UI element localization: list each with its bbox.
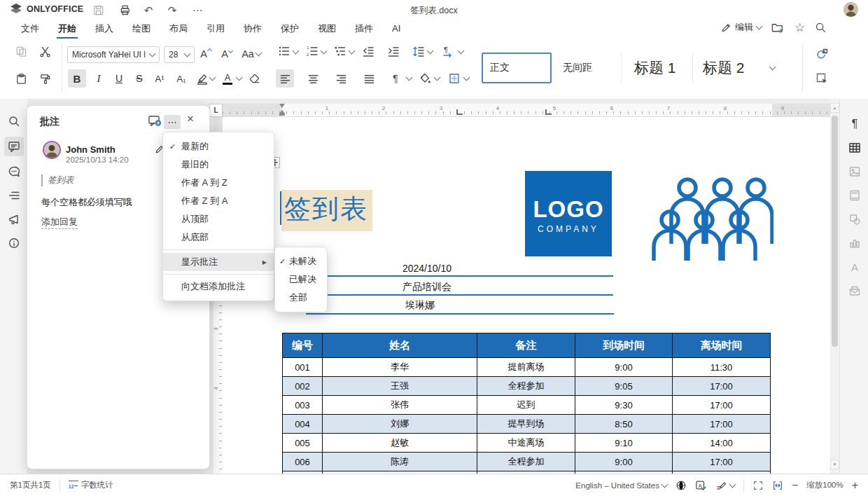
style-heading2[interactable]: 标题 2 — [694, 53, 759, 83]
tab-insert[interactable]: 插入 — [94, 20, 115, 39]
style-no-spacing[interactable]: 无间距 — [554, 53, 622, 83]
menu-item-add-comment-to-document[interactable]: 向文档添加批注 — [163, 277, 274, 296]
table-cell[interactable]: 17:00 — [673, 377, 771, 396]
edit-mode-button[interactable]: 编辑 — [721, 21, 762, 34]
tab-file[interactable]: 文件 — [20, 20, 41, 39]
italic-button[interactable]: I — [90, 69, 108, 88]
change-case-button[interactable]: Aa — [239, 46, 263, 62]
table-cell[interactable]: 9:00 — [575, 453, 673, 471]
align-left-button[interactable] — [276, 69, 294, 88]
tab-layout[interactable]: 布局 — [168, 20, 189, 39]
chevron-down-icon[interactable] — [321, 48, 328, 55]
ruler-tab-selector[interactable]: L — [209, 104, 223, 117]
table-cell[interactable]: 004 — [283, 415, 323, 434]
people-group-image[interactable] — [651, 177, 774, 261]
font-name-combo[interactable]: Microsoft YaHei UI l — [67, 46, 160, 63]
chevron-down-icon[interactable] — [349, 48, 356, 55]
comments-more-button[interactable]: ⋯ — [164, 115, 181, 129]
chat-panel-button[interactable] — [4, 162, 24, 181]
table-cell[interactable]: 9:00 — [575, 358, 673, 377]
find-replace-button[interactable] — [813, 47, 830, 62]
spellcheck-icon[interactable]: A — [695, 480, 707, 491]
numbered-list-button[interactable]: 12 — [304, 43, 321, 59]
col-header[interactable]: 姓名 — [323, 333, 477, 358]
table-cell[interactable]: 张伟 — [323, 396, 477, 415]
track-changes-button[interactable] — [715, 480, 735, 491]
menu-item-oldest[interactable]: 最旧的 — [163, 156, 274, 174]
left-indent-marker[interactable] — [279, 113, 285, 116]
table-cell[interactable]: 陈涛 — [323, 453, 477, 471]
table-cell[interactable]: 002 — [283, 377, 323, 396]
styles-gallery-expand-icon[interactable] — [769, 64, 776, 71]
signin-table[interactable]: 编号 姓名 备注 到场时间 离场时间 001李华提前离场9:0011:30 00… — [282, 333, 771, 474]
table-cell[interactable]: 005 — [283, 434, 323, 453]
save-button[interactable] — [90, 2, 106, 18]
fit-width-icon[interactable] — [772, 480, 783, 491]
paste-button[interactable] — [13, 71, 29, 86]
chevron-down-icon[interactable] — [406, 74, 413, 81]
tab-collaboration[interactable]: 协作 — [242, 20, 263, 39]
feedback-button[interactable] — [4, 209, 24, 229]
submenu-item-all[interactable]: 全部 — [275, 289, 327, 307]
paragraph-settings-button[interactable]: ¶ — [845, 114, 864, 134]
table-cell[interactable]: 全程参加 — [477, 377, 575, 396]
field-date[interactable]: 2024/10/10 — [350, 263, 504, 274]
tab-draw[interactable]: 绘图 — [131, 20, 152, 39]
tab-references[interactable]: 引用 — [205, 20, 226, 39]
table-cell[interactable]: 全程参加 — [477, 453, 575, 471]
tab-ai[interactable]: AI — [391, 20, 402, 38]
field-person[interactable]: 埃琳娜 — [343, 299, 497, 312]
copy-button[interactable] — [13, 43, 29, 59]
table-cell[interactable]: 003 — [283, 396, 323, 415]
fit-page-icon[interactable] — [752, 480, 764, 491]
table-cell[interactable]: 9:05 — [575, 377, 673, 396]
borders-button[interactable] — [445, 69, 463, 88]
comments-panel-button[interactable] — [4, 137, 24, 156]
zoom-in-button[interactable]: + — [852, 479, 858, 492]
more-actions-button[interactable]: ⋯ — [189, 2, 206, 18]
chevron-down-icon[interactable] — [463, 74, 470, 81]
menu-item-author-az[interactable]: 作者 A 到 Z — [163, 174, 274, 192]
show-paragraph-marks-button[interactable]: ¶ — [386, 69, 405, 88]
navigation-panel-button[interactable] — [4, 186, 24, 205]
bold-button[interactable]: B — [68, 69, 86, 88]
document-heading[interactable]: 签到表 — [281, 190, 372, 231]
submenu-item-unresolved[interactable]: ✓ 未解决 — [275, 252, 327, 270]
language-selector[interactable]: English – United States — [575, 481, 667, 490]
image-settings-button[interactable] — [845, 162, 864, 181]
zoom-level-label[interactable]: 缩放100% — [806, 480, 843, 490]
style-normal[interactable]: 正文 — [482, 53, 552, 83]
add-reply-link[interactable]: 添加回复 — [41, 216, 78, 229]
tab-home[interactable]: 开始 — [57, 20, 78, 39]
format-painter-button[interactable] — [36, 71, 53, 86]
style-heading1[interactable]: 标题 1 — [623, 53, 693, 83]
col-header[interactable]: 备注 — [477, 333, 575, 358]
company-logo[interactable]: LOGO COMPANY — [525, 171, 612, 256]
vertical-scrollbar[interactable]: ▲ ▼ — [830, 99, 839, 474]
scroll-up-button[interactable]: ▲ — [830, 103, 839, 113]
favorite-star-icon[interactable]: ☆ — [794, 22, 805, 34]
tab-plugins[interactable]: 插件 — [354, 20, 374, 39]
menu-item-newest[interactable]: ✓ 最新的 — [163, 137, 274, 156]
menu-item-author-za[interactable]: 作者 Z 到 A — [163, 192, 274, 210]
close-panel-button[interactable]: × — [187, 112, 194, 126]
font-size-combo[interactable]: 28 — [164, 46, 195, 63]
user-avatar[interactable] — [844, 2, 858, 17]
tab-protection[interactable]: 保护 — [279, 20, 300, 39]
line-spacing-button[interactable] — [410, 43, 427, 59]
clear-formatting-button[interactable] — [245, 69, 263, 88]
about-button[interactable] — [4, 233, 24, 253]
chevron-down-icon[interactable] — [434, 74, 441, 81]
menu-item-from-top[interactable]: 从顶部 — [163, 210, 274, 228]
document-language-globe-icon[interactable] — [676, 480, 687, 491]
col-header[interactable]: 离场时间 — [673, 333, 771, 358]
tab-stop-marker[interactable] — [545, 109, 552, 115]
table-cell[interactable]: 11:30 — [673, 358, 771, 377]
table-cell[interactable]: 中途离场 — [477, 434, 575, 453]
cut-button[interactable] — [36, 43, 53, 59]
undo-button[interactable]: ↶ — [140, 2, 157, 18]
increase-font-button[interactable]: A — [197, 46, 214, 62]
search-icon[interactable] — [815, 22, 826, 33]
multilevel-list-button[interactable] — [332, 43, 349, 59]
col-header[interactable]: 到场时间 — [575, 333, 673, 358]
